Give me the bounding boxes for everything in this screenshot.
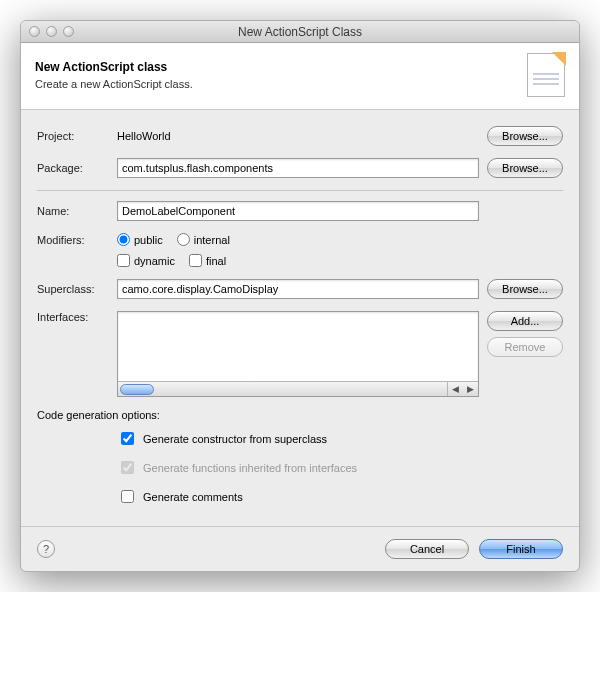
codegen-comments-label: Generate comments (143, 491, 243, 503)
name-input[interactable] (117, 201, 479, 221)
modifier-dynamic-check[interactable]: dynamic (117, 254, 175, 267)
browse-project-button[interactable]: Browse... (487, 126, 563, 146)
codegen-section: Code generation options: Generate constr… (37, 409, 563, 506)
package-label: Package: (37, 162, 109, 174)
titlebar: New ActionScript Class (21, 21, 579, 43)
superclass-input[interactable] (117, 279, 479, 299)
superclass-label: Superclass: (37, 283, 109, 295)
modifier-internal-label: internal (194, 234, 230, 246)
modifier-final-input[interactable] (189, 254, 202, 267)
modifier-final-check[interactable]: final (189, 254, 226, 267)
modifier-public-radio[interactable]: public (117, 233, 163, 246)
dialog-footer: ? Cancel Finish (21, 526, 579, 571)
window-title: New ActionScript Class (21, 25, 579, 39)
modifiers-label: Modifiers: (37, 234, 109, 246)
codegen-constructor-check[interactable]: Generate constructor from superclass (117, 429, 563, 448)
modifier-dynamic-input[interactable] (117, 254, 130, 267)
finish-button[interactable]: Finish (479, 539, 563, 559)
codegen-inherited-label: Generate functions inherited from interf… (143, 462, 357, 474)
header-subtitle: Create a new ActionScript class. (35, 78, 193, 90)
project-value: HelloWorld (117, 130, 479, 142)
modifier-final-label: final (206, 255, 226, 267)
close-icon[interactable] (29, 26, 40, 37)
interfaces-scrollbar[interactable]: ◀ ▶ (118, 381, 478, 396)
modifier-internal-input[interactable] (177, 233, 190, 246)
zoom-icon[interactable] (63, 26, 74, 37)
scroll-left-icon[interactable]: ◀ (448, 382, 463, 396)
codegen-constructor-label: Generate constructor from superclass (143, 433, 327, 445)
modifier-public-input[interactable] (117, 233, 130, 246)
remove-interface-button: Remove (487, 337, 563, 357)
dialog-body: Project: HelloWorld Browse... Package: B… (21, 110, 579, 526)
scroll-right-icon[interactable]: ▶ (463, 382, 478, 396)
codegen-comments-input[interactable] (121, 490, 134, 503)
interfaces-list[interactable]: ◀ ▶ (117, 311, 479, 397)
package-input[interactable] (117, 158, 479, 178)
interfaces-label: Interfaces: (37, 311, 109, 323)
codegen-comments-check[interactable]: Generate comments (117, 487, 563, 506)
name-label: Name: (37, 205, 109, 217)
browse-package-button[interactable]: Browse... (487, 158, 563, 178)
header-title: New ActionScript class (35, 60, 193, 74)
codegen-constructor-input[interactable] (121, 432, 134, 445)
help-button[interactable]: ? (37, 540, 55, 558)
modifier-dynamic-label: dynamic (134, 255, 175, 267)
traffic-lights (21, 26, 74, 37)
codegen-inherited-input (121, 461, 134, 474)
add-interface-button[interactable]: Add... (487, 311, 563, 331)
scrollbar-thumb[interactable] (120, 384, 154, 395)
divider (37, 190, 563, 191)
cancel-button[interactable]: Cancel (385, 539, 469, 559)
dialog-window: New ActionScript Class New ActionScript … (20, 20, 580, 572)
modifier-internal-radio[interactable]: internal (177, 233, 230, 246)
dialog-header: New ActionScript class Create a new Acti… (21, 43, 579, 110)
codegen-title: Code generation options: (37, 409, 563, 421)
project-label: Project: (37, 130, 109, 142)
browse-superclass-button[interactable]: Browse... (487, 279, 563, 299)
codegen-inherited-check: Generate functions inherited from interf… (117, 458, 563, 477)
minimize-icon[interactable] (46, 26, 57, 37)
document-icon (527, 53, 565, 97)
modifier-public-label: public (134, 234, 163, 246)
